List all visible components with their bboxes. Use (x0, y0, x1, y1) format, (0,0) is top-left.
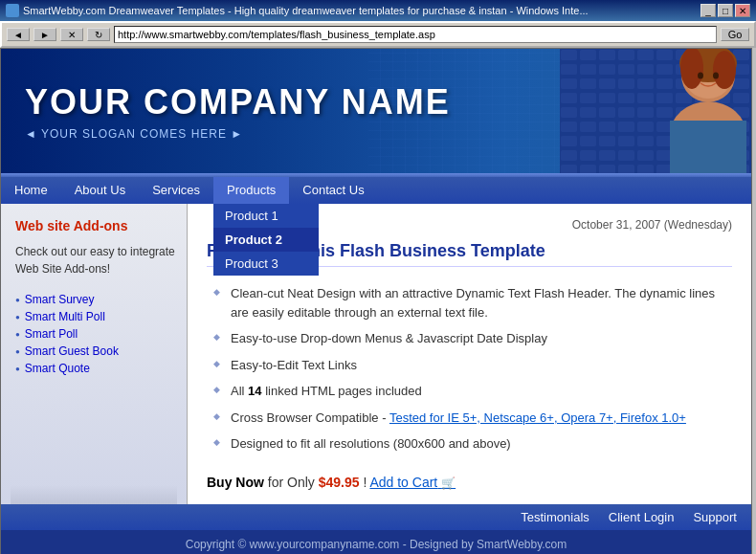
titlebar-left: SmartWebby.com Dreamweaver Templates - H… (6, 4, 589, 17)
svg-point-9 (698, 73, 703, 79)
dropdown-product1[interactable]: Product 1 (213, 204, 319, 228)
feature-count: 14 (248, 384, 261, 398)
add-to-cart-link[interactable]: Add to Cart 🛒 (369, 475, 456, 490)
sidebar-desc: Check out our easy to integrate Web Site… (15, 243, 175, 277)
nav-products-dropdown[interactable]: Products Product 1 Product 2 Product 3 (213, 177, 289, 204)
feature-item-0: Clean-cut Neat Design with an attractive… (211, 280, 732, 325)
sidebar: Web site Add-ons Check out our easy to i… (1, 204, 188, 504)
nav-bar: Home About Us Services Products Product … (1, 177, 751, 204)
sidebar-link-4[interactable]: Smart Quote (15, 360, 175, 377)
bottom-link-support[interactable]: Support (693, 510, 737, 524)
svg-rect-8 (670, 121, 746, 173)
site-header: YOUR COMPANY NAME YOUR SLOGAN COMES HERE (1, 49, 751, 173)
buy-suffix: ! (363, 475, 367, 490)
sidebar-link-2[interactable]: Smart Poll (15, 325, 175, 343)
nav-products[interactable]: Products (213, 177, 289, 204)
bottom-link-testimonials[interactable]: Testimonials (521, 510, 589, 524)
browser-compat-link[interactable]: Tested for IE 5+, Netscape 6+, Opera 7+,… (389, 410, 686, 425)
site-footer: Copyright © www.yourcompanyname.com - De… (1, 530, 751, 555)
stop-button[interactable]: ✕ (60, 28, 83, 41)
titlebar: SmartWebby.com Dreamweaver Templates - H… (0, 0, 756, 21)
back-button[interactable]: ◄ (7, 28, 30, 41)
dropdown-product3[interactable]: Product 3 (213, 252, 319, 276)
titlebar-title: SmartWebby.com Dreamweaver Templates - H… (23, 5, 589, 16)
svg-point-10 (713, 73, 719, 79)
sidebar-link-3[interactable]: Smart Guest Book (15, 343, 175, 360)
nav-home[interactable]: Home (1, 177, 61, 204)
buy-now-label: Buy Now (207, 475, 264, 490)
dropdown-product2[interactable]: Product 2 (213, 228, 319, 252)
bottom-link-clientlogin[interactable]: Client Login (609, 510, 675, 524)
header-image (560, 49, 751, 173)
close-button[interactable]: ✕ (735, 4, 750, 17)
feature-item-4: Cross Browser Compatible - Tested for IE… (211, 405, 732, 432)
nav-contact[interactable]: Contact Us (289, 177, 377, 204)
titlebar-buttons[interactable]: _ □ ✕ (700, 4, 750, 17)
feature-item-2: Easy-to-Edit Text Links (211, 352, 732, 379)
products-dropdown-menu: Product 1 Product 2 Product 3 (213, 204, 319, 276)
buy-price: $49.95 (319, 475, 360, 490)
browser-icon (6, 4, 19, 17)
feature-item-1: Easy-to-use Drop-down Menus & Javascript… (211, 325, 732, 352)
nav-about[interactable]: About Us (61, 177, 139, 204)
bottom-bar: Testimonials Client Login Support (1, 504, 751, 530)
cart-icon: 🛒 (441, 476, 456, 490)
browser-chrome: ◄ ► ✕ ↻ Go (0, 21, 756, 48)
nav-services[interactable]: Services (139, 177, 213, 204)
feature-item-3: All 14 linked HTML pages included (211, 378, 732, 405)
refresh-button[interactable]: ↻ (87, 28, 110, 41)
website: YOUR COMPANY NAME YOUR SLOGAN COMES HERE (0, 48, 752, 554)
main-area: Web site Add-ons Check out our easy to i… (1, 204, 751, 504)
address-bar: ◄ ► ✕ ↻ Go (2, 23, 754, 46)
svg-point-5 (680, 49, 703, 89)
forward-button[interactable]: ► (33, 28, 56, 41)
sidebar-link-0[interactable]: Smart Survey (15, 291, 175, 308)
minimize-button[interactable]: _ (700, 4, 716, 17)
feature-item-5: Designed to fit all resolutions (800x600… (211, 431, 732, 457)
feature-list: Clean-cut Neat Design with an attractive… (211, 280, 732, 457)
buy-middle: for Only (268, 475, 319, 490)
maximize-button[interactable]: □ (718, 4, 733, 17)
buy-section: Buy Now for Only $49.95 ! Add to Cart 🛒 (207, 475, 732, 490)
address-input[interactable] (114, 26, 717, 43)
add-cart-label: Add to Cart (369, 475, 437, 490)
svg-point-6 (713, 51, 736, 89)
sidebar-link-1[interactable]: Smart Multi Poll (15, 308, 175, 325)
footer-text: Copyright © www.yourcompanyname.com - De… (186, 538, 567, 551)
go-button[interactable]: Go (721, 28, 749, 41)
sidebar-title: Web site Add-ons (15, 218, 175, 233)
sidebar-links: Smart Survey Smart Multi Poll Smart Poll… (15, 291, 175, 377)
header-svg (560, 49, 751, 173)
